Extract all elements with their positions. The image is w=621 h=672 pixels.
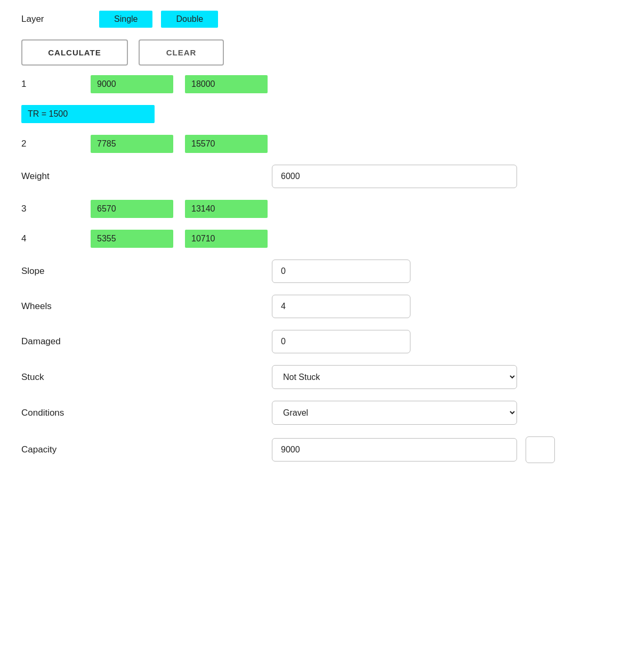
row-3-single-input[interactable] xyxy=(91,200,173,218)
clear-button[interactable]: CLEAR xyxy=(139,39,224,66)
capacity-label: Capacity xyxy=(21,444,272,455)
damaged-input[interactable] xyxy=(272,330,410,353)
row-4-double-input[interactable] xyxy=(185,230,268,248)
row-4-fields xyxy=(91,230,268,248)
row-2: 2 xyxy=(21,135,600,153)
row-1-single-input[interactable] xyxy=(91,75,173,93)
slope-row: Slope xyxy=(21,260,600,283)
conditions-select[interactable]: Gravel Mud Sand Snow Ice xyxy=(272,401,517,425)
calculate-button[interactable]: CALCULATE xyxy=(21,39,128,66)
slope-label: Slope xyxy=(21,266,272,277)
row-1-label: 1 xyxy=(21,79,91,90)
conditions-label: Conditions xyxy=(21,408,272,418)
row-2-single-input[interactable] xyxy=(91,135,173,153)
capacity-fields xyxy=(272,436,555,463)
row-3-fields xyxy=(91,200,268,218)
row-2-label: 2 xyxy=(21,139,91,149)
row-4-single-input[interactable] xyxy=(91,230,173,248)
stuck-row: Stuck Not Stuck Stuck xyxy=(21,365,600,389)
capacity-input[interactable] xyxy=(272,438,517,462)
stuck-select[interactable]: Not Stuck Stuck xyxy=(272,365,517,389)
double-button[interactable]: Double xyxy=(161,11,218,28)
tr-row xyxy=(21,105,600,123)
row-2-fields xyxy=(91,135,268,153)
wheels-input[interactable] xyxy=(272,295,410,318)
capacity-extra-button[interactable] xyxy=(526,436,555,463)
capacity-row: Capacity xyxy=(21,436,600,463)
row-3-label: 3 xyxy=(21,204,91,214)
row-1-double-input[interactable] xyxy=(185,75,268,93)
conditions-row: Conditions Gravel Mud Sand Snow Ice xyxy=(21,401,600,425)
weight-label: Weight xyxy=(21,171,272,182)
row-3: 3 xyxy=(21,200,600,218)
damaged-row: Damaged xyxy=(21,330,600,353)
layer-row: Layer Single Double xyxy=(21,11,600,28)
stuck-label: Stuck xyxy=(21,372,272,383)
row-2-double-input[interactable] xyxy=(185,135,268,153)
row-4: 4 xyxy=(21,230,600,248)
wheels-label: Wheels xyxy=(21,301,272,312)
weight-input[interactable] xyxy=(272,165,517,188)
damaged-label: Damaged xyxy=(21,336,272,347)
row-1: 1 xyxy=(21,75,600,93)
row-1-fields xyxy=(91,75,268,93)
weight-row: Weight xyxy=(21,165,600,188)
slope-input[interactable] xyxy=(272,260,410,283)
action-buttons-row: CALCULATE CLEAR xyxy=(21,39,600,66)
tr-field[interactable] xyxy=(21,105,155,123)
row-4-label: 4 xyxy=(21,233,91,244)
layer-label: Layer xyxy=(21,14,91,25)
wheels-row: Wheels xyxy=(21,295,600,318)
single-button[interactable]: Single xyxy=(99,11,152,28)
row-3-double-input[interactable] xyxy=(185,200,268,218)
